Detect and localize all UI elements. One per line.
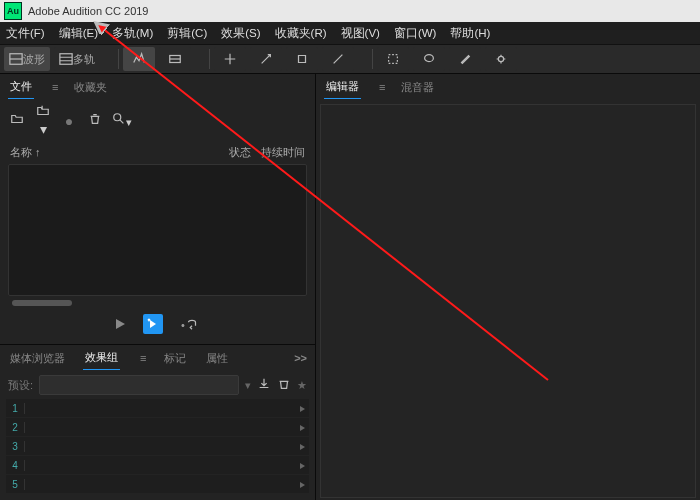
preset-label: 预设: [8,378,33,393]
column-duration[interactable]: 持续时间 [261,145,305,160]
slot-play-icon[interactable] [295,440,309,452]
waveform-view-label: 波形 [23,52,45,67]
effect-slot[interactable]: 1 [6,399,309,417]
tab-editor[interactable]: 编辑器 [324,75,361,99]
tab-properties[interactable]: 属性 [204,347,230,370]
slot-play-icon[interactable] [295,478,309,490]
effect-slot[interactable]: 4 [6,456,309,474]
tab-effects-rack[interactable]: 效果组 [83,346,120,370]
menu-file[interactable]: 文件(F) [6,26,45,41]
right-column: 编辑器 ≡ 混音器 [316,74,700,500]
titlebar: Au Adobe Audition CC 2019 [0,0,700,22]
save-preset-icon[interactable] [257,377,271,393]
main-area: 文件 ≡ 收藏夹 ▾ ● ▾ 名称 ↑ 状态 持续时间 • [0,74,700,500]
spot-healing-button[interactable] [485,47,517,71]
svg-point-6 [114,114,121,121]
effect-slot[interactable]: 5 [6,475,309,493]
toolbar-separator [118,49,119,69]
multitrack-view-label: 多轨 [73,52,95,67]
files-toolbar: ▾ ● ▾ [8,100,307,141]
svg-point-5 [498,56,503,61]
import-file-icon[interactable]: ▾ [34,104,52,137]
menu-edit[interactable]: 编辑(E) [59,26,98,41]
effects-rack-menu-icon[interactable]: ≡ [140,352,146,364]
razor-tool-button[interactable] [250,47,282,71]
svg-rect-1 [60,54,72,65]
files-panel-menu-icon[interactable]: ≡ [52,81,58,93]
marquee-tool-button[interactable] [377,47,409,71]
slip-tool-button[interactable] [286,47,318,71]
editor-canvas[interactable] [320,104,696,498]
bottom-panel-tabs: 媒体浏览器 效果组 ≡ 标记 属性 >> [0,345,315,371]
menubar: 文件(F) 编辑(E) 多轨(M) 剪辑(C) 效果(S) 收藏夹(R) 视图(… [0,22,700,45]
svg-rect-3 [389,55,398,64]
time-selection-button[interactable] [322,47,354,71]
files-panel: ▾ ● ▾ 名称 ↑ 状态 持续时间 • [0,100,315,344]
brush-tool-button[interactable] [449,47,481,71]
overflow-button[interactable]: >> [294,352,307,364]
spectral-pitch-button[interactable] [159,47,191,71]
menu-multitrack[interactable]: 多轨(M) [112,26,153,41]
preview-play-button[interactable] [116,319,125,329]
spectral-frequency-button[interactable] [123,47,155,71]
effect-slot[interactable]: 3 [6,437,309,455]
open-file-icon[interactable] [8,112,26,129]
delete-preset-icon[interactable] [277,377,291,393]
menu-clip[interactable]: 剪辑(C) [167,26,207,41]
files-list-body[interactable] [8,164,307,296]
toolbar: 波形 多轨 [0,45,700,74]
toolbar-separator [209,49,210,69]
tab-favorites[interactable]: 收藏夹 [72,76,109,99]
menu-help[interactable]: 帮助(H) [450,26,490,41]
trash-icon[interactable] [86,112,104,129]
bottom-panel: 媒体浏览器 效果组 ≡ 标记 属性 >> 预设: ▾ ★ 1 2 3 4 5 [0,344,315,500]
lasso-tool-button[interactable] [413,47,445,71]
effect-slot[interactable]: 2 [6,418,309,436]
files-list-footer: • [8,306,307,338]
autoplay-button[interactable] [143,314,163,334]
menu-view[interactable]: 视图(V) [341,26,380,41]
tab-mixer[interactable]: 混音器 [399,76,436,99]
waveform-view-button[interactable]: 波形 [4,47,50,71]
multitrack-view-button[interactable]: 多轨 [54,47,100,71]
tab-media-browser[interactable]: 媒体浏览器 [8,347,67,370]
tab-files[interactable]: 文件 [8,75,34,99]
column-name[interactable]: 名称 ↑ [10,145,219,160]
record-file-icon[interactable]: ● [60,113,78,129]
favorite-preset-icon[interactable]: ★ [297,379,307,392]
editor-menu-icon[interactable]: ≡ [379,81,385,93]
menu-effects[interactable]: 效果(S) [221,26,260,41]
menu-favorites[interactable]: 收藏夹(R) [275,26,327,41]
preset-row: 预设: ▾ ★ [0,371,315,399]
search-icon[interactable]: ▾ [112,112,307,129]
move-tool-button[interactable] [214,47,246,71]
loop-preview-button[interactable]: • [181,317,199,331]
files-panel-tabs: 文件 ≡ 收藏夹 [0,74,315,100]
slot-play-icon[interactable] [295,459,309,471]
svg-point-4 [425,55,434,62]
app-title: Adobe Audition CC 2019 [28,5,148,17]
column-status[interactable]: 状态 [229,145,251,160]
toolbar-separator [372,49,373,69]
slot-play-icon[interactable] [295,421,309,433]
menu-window[interactable]: 窗口(W) [394,26,437,41]
files-list-header: 名称 ↑ 状态 持续时间 [8,141,307,164]
slot-play-icon[interactable] [295,402,309,414]
preset-dropdown[interactable] [39,375,239,395]
app-logo: Au [4,2,22,20]
right-panel-tabs: 编辑器 ≡ 混音器 [316,74,700,100]
effects-slots: 1 2 3 4 5 [0,399,315,500]
left-column: 文件 ≡ 收藏夹 ▾ ● ▾ 名称 ↑ 状态 持续时间 • [0,74,316,500]
tab-markers[interactable]: 标记 [162,347,188,370]
